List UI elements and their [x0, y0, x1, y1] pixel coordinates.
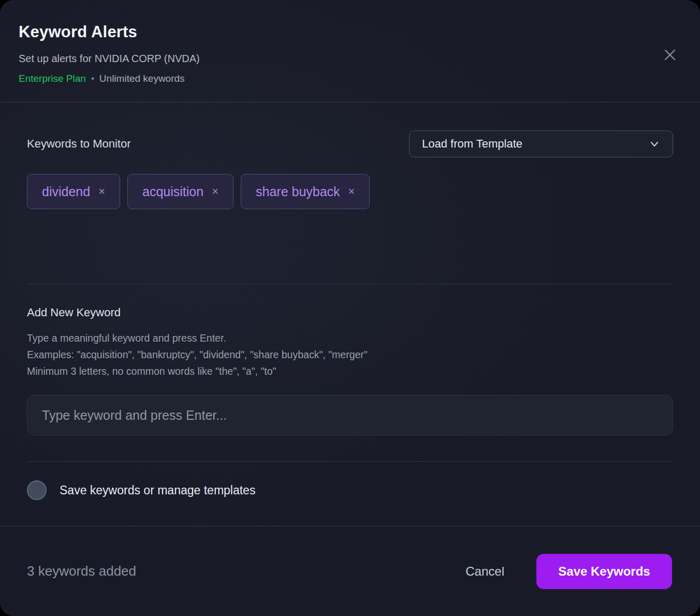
chevron-down-icon	[648, 137, 661, 151]
help-line: Examples: "acquisition", "bankruptcy", "…	[27, 346, 673, 363]
plan-separator-dot: •	[91, 74, 94, 84]
section-divider	[27, 284, 673, 284]
keyword-chip-label: dividend	[42, 184, 90, 199]
template-select-value: Load from Template	[422, 137, 522, 151]
close-icon	[663, 48, 677, 62]
keyword-alerts-modal: Keyword Alerts Set up alerts for NVIDIA …	[0, 0, 700, 616]
plan-detail: Unlimited keywords	[99, 73, 185, 84]
modal-title: Keyword Alerts	[19, 23, 681, 41]
load-from-template-select[interactable]: Load from Template	[409, 130, 673, 157]
add-new-keyword-heading: Add New Keyword	[27, 306, 673, 319]
keywords-monitor-row: Keywords to Monitor Load from Template	[27, 130, 673, 157]
keyword-chips: dividend × acquisition × share buyback ×	[27, 174, 673, 209]
remove-keyword-icon[interactable]: ×	[98, 186, 105, 197]
help-line: Type a meaningful keyword and press Ente…	[27, 330, 673, 346]
keyword-help-text: Type a meaningful keyword and press Ente…	[27, 330, 673, 379]
plan-row: Enterprise Plan • Unlimited keywords	[19, 73, 681, 84]
save-templates-toggle[interactable]	[27, 480, 47, 500]
modal-header: Keyword Alerts Set up alerts for NVIDIA …	[0, 0, 700, 102]
save-templates-label: Save keywords or manage templates	[60, 483, 255, 497]
keyword-chip: share buyback ×	[241, 174, 370, 209]
keyword-chip-label: share buyback	[256, 184, 340, 199]
modal-footer: 3 keywords added Cancel Save Keywords	[0, 526, 700, 616]
keyword-chip: acquisition ×	[127, 174, 234, 209]
remove-keyword-icon[interactable]: ×	[212, 186, 218, 197]
keyword-input[interactable]	[27, 395, 673, 435]
remove-keyword-icon[interactable]: ×	[348, 186, 355, 197]
keyword-chip-label: acquisition	[142, 184, 203, 199]
save-keywords-button[interactable]: Save Keywords	[536, 554, 672, 589]
help-line: Minimum 3 letters, no common words like …	[27, 363, 673, 379]
modal-body: Keywords to Monitor Load from Template d…	[0, 102, 700, 526]
modal-subtitle: Set up alerts for NVIDIA CORP (NVDA)	[19, 53, 681, 65]
section-divider	[27, 461, 673, 462]
keywords-count-status: 3 keywords added	[27, 563, 136, 579]
keywords-to-monitor-label: Keywords to Monitor	[27, 137, 131, 151]
close-button[interactable]	[659, 43, 681, 66]
keyword-chip: dividend ×	[27, 174, 120, 209]
save-templates-row: Save keywords or manage templates	[27, 480, 673, 500]
cancel-button[interactable]: Cancel	[463, 559, 506, 584]
plan-badge: Enterprise Plan	[19, 73, 86, 84]
